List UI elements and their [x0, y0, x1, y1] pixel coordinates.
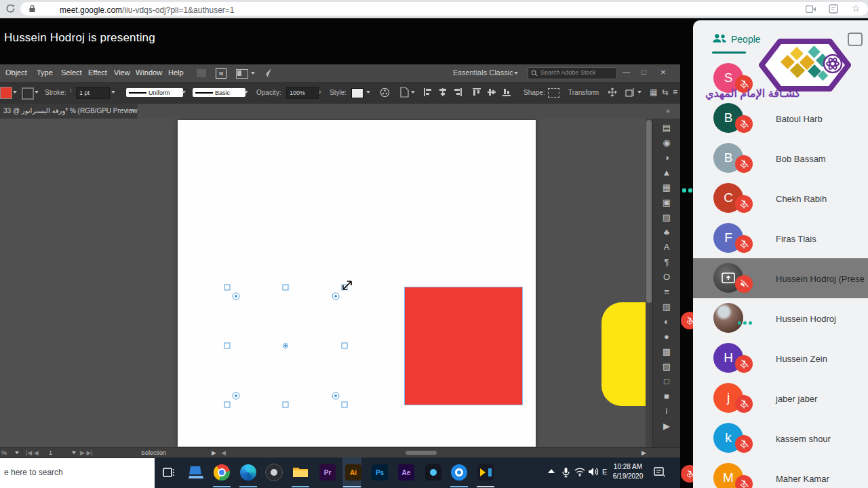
fill-caret[interactable] — [13, 91, 17, 94]
links-icon[interactable]: ▧ — [663, 361, 671, 371]
page-tools-icon[interactable] — [829, 4, 838, 14]
align-vcenter-icon[interactable] — [487, 87, 496, 97]
color-guide-icon[interactable]: ▲ — [663, 167, 671, 178]
stroke-stepper-icon[interactable]: ↕ — [69, 87, 73, 94]
align-top-icon[interactable] — [472, 87, 481, 97]
zoom-caret[interactable] — [15, 451, 19, 454]
participant-row[interactable]: H Hussein Zein — [693, 338, 868, 378]
menu-view[interactable]: View — [114, 68, 130, 77]
action-center-icon[interactable] — [654, 467, 665, 481]
after-effects-icon[interactable]: Ae — [397, 464, 415, 481]
file-explorer-icon[interactable] — [292, 464, 309, 481]
center-point-widget[interactable] — [283, 343, 288, 348]
minimize-button[interactable]: — — [623, 68, 630, 76]
menu-help[interactable]: Help — [168, 68, 184, 77]
layers-icon[interactable]: ▤ — [663, 123, 671, 133]
paragraph-icon[interactable]: ¶ — [665, 257, 669, 267]
menu-object[interactable]: Object — [5, 68, 27, 77]
dimensions-icon[interactable] — [625, 87, 635, 97]
align-center-icon[interactable] — [438, 87, 448, 97]
gradient-icon[interactable]: ▥ — [663, 302, 671, 312]
vertical-scrollbar-thumb[interactable] — [646, 120, 652, 303]
color-icon[interactable]: ◑ — [664, 152, 669, 163]
document-setup-caret[interactable] — [411, 91, 415, 94]
live-corner-widget[interactable] — [233, 392, 240, 400]
document-tab[interactable]: 33 @ ورقة اليستراتور* % (RGB/GPU Preview… — [0, 104, 138, 119]
maximize-button[interactable]: □ — [642, 68, 646, 76]
emulator-app-icon[interactable] — [187, 464, 205, 481]
stock-search-box[interactable]: Search Adobe Stock — [528, 67, 617, 79]
reload-icon[interactable] — [5, 3, 16, 14]
stroke-caret[interactable] — [35, 91, 39, 94]
artboard[interactable] — [178, 120, 536, 447]
premiere-icon[interactable]: Pr — [319, 464, 336, 481]
tray-clock[interactable]: 10:28 AM6/19/2020 — [609, 462, 647, 481]
adobe-stock-icon[interactable]: St — [216, 68, 226, 79]
align-left-icon[interactable] — [423, 87, 433, 97]
live-corner-widget[interactable] — [332, 392, 340, 400]
tray-speaker-icon[interactable] — [588, 467, 599, 479]
selection-handle[interactable] — [224, 343, 231, 349]
document-setup-icon[interactable] — [400, 87, 409, 98]
participant-row-presentation[interactable]: Hussein Hodroj (Prese — [693, 258, 868, 298]
opacity-field[interactable]: 100% — [286, 87, 319, 99]
scroll-right-icon[interactable]: ▶ — [642, 449, 646, 456]
shape-properties-icon[interactable] — [548, 88, 559, 98]
cc-libraries-icon[interactable]: ◉ — [663, 138, 670, 148]
brush-definition[interactable]: Basic — [193, 88, 245, 97]
tray-microphone-icon[interactable] — [561, 467, 570, 481]
first-artboard-icon[interactable]: |◀ ◀ — [26, 449, 39, 456]
stroke-color-swatch[interactable] — [22, 87, 34, 100]
style-caret[interactable] — [366, 91, 370, 94]
zoom-level[interactable]: % — [1, 449, 7, 456]
lock-icon[interactable] — [28, 5, 36, 13]
tray-language-indicator[interactable]: E — [602, 468, 607, 476]
participant-row[interactable]: Hussein Hodroj — [693, 298, 868, 338]
settings-grid-icon[interactable]: ▦ — [650, 87, 657, 97]
width-profile-caret[interactable] — [182, 91, 186, 94]
selection-handle[interactable] — [342, 343, 348, 349]
recolor-artwork-icon[interactable] — [380, 87, 390, 98]
gameloop-icon[interactable] — [477, 464, 494, 481]
artboards-icon[interactable]: ▣ — [663, 197, 671, 207]
live-corner-widget[interactable] — [332, 293, 340, 300]
artboard-caret[interactable] — [72, 451, 76, 454]
tray-wifi-icon[interactable] — [574, 467, 585, 479]
stroke-icon[interactable]: ≡ — [664, 287, 669, 297]
participant-row[interactable]: j jaber jaber — [693, 378, 868, 418]
brush-caret[interactable] — [244, 91, 248, 94]
opentype-icon[interactable]: O — [663, 272, 670, 282]
brushes-icon[interactable]: ▨ — [663, 212, 671, 222]
taskbar-search-box[interactable]: e here to search — [0, 458, 155, 488]
media-app-icon[interactable] — [265, 464, 283, 481]
participant-row[interactable]: k kassem shour — [693, 418, 868, 458]
tray-chevron-up-icon[interactable] — [548, 469, 555, 473]
address-bar[interactable]: meet.google.com/iiu-vdqs-odj?pli=1&authu… — [20, 2, 868, 16]
menu-window[interactable]: Window — [136, 68, 162, 77]
selection-handle[interactable] — [283, 402, 289, 408]
participant-row[interactable]: M Maher Kamar — [693, 458, 868, 488]
symbols-icon[interactable]: ♣ — [664, 227, 670, 237]
workspace-caret[interactable] — [514, 72, 518, 75]
workspace-switcher[interactable]: Essentials Classic — [453, 68, 513, 77]
arrange-documents-caret[interactable] — [251, 72, 255, 75]
swatches-icon[interactable]: ▦ — [663, 182, 671, 192]
transparency-icon[interactable]: ◐ — [664, 317, 669, 327]
camera-in-use-icon[interactable] — [806, 5, 816, 13]
align-right-icon[interactable] — [453, 87, 462, 97]
participant-row[interactable]: C Chekh Rabih — [693, 178, 868, 218]
canvas[interactable] — [0, 119, 646, 447]
dock-control-icon[interactable]: ⇆ — [662, 87, 669, 97]
navigator-icon[interactable]: ■ — [664, 391, 669, 401]
edge-icon[interactable] — [239, 464, 257, 481]
horizontal-scrollbar-thumb[interactable] — [406, 451, 437, 455]
appearance-icon[interactable]: ● — [664, 331, 669, 342]
share-icon[interactable] — [262, 68, 272, 78]
opacity-expand-icon[interactable]: › — [319, 88, 321, 96]
close-button[interactable]: × — [660, 67, 666, 77]
participant-row[interactable]: B Bob Bassam — [693, 138, 868, 178]
last-artboard-icon[interactable]: ▶ ▶| — [80, 449, 93, 456]
actions-icon[interactable]: ▶ — [663, 421, 670, 431]
variable-width-profile[interactable]: Uniform — [126, 88, 183, 97]
dock-collapse-icon[interactable]: « — [666, 106, 670, 115]
